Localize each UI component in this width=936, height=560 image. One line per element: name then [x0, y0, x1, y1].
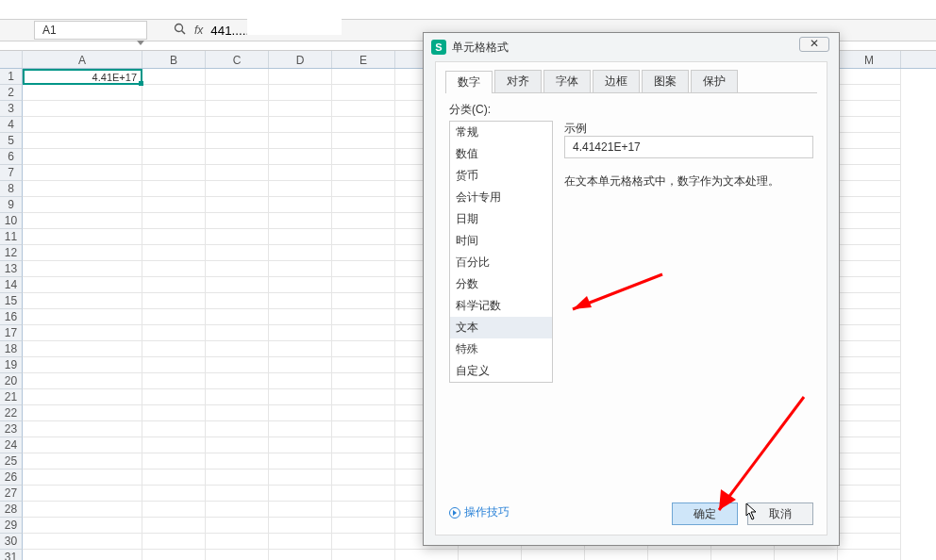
row-header-29[interactable]: 29: [0, 518, 23, 534]
svg-line-1: [182, 30, 186, 34]
row-header-22[interactable]: 22: [0, 405, 23, 421]
cancel-button[interactable]: 取消: [747, 502, 813, 525]
category-custom[interactable]: 自定义: [450, 360, 552, 382]
dialog-title: 单元格格式: [452, 40, 509, 56]
tab-border[interactable]: 边框: [593, 70, 640, 92]
svg-point-0: [176, 24, 183, 31]
col-header-B[interactable]: B: [142, 51, 206, 68]
play-icon: [449, 507, 460, 519]
row-header-7[interactable]: 7: [0, 165, 23, 181]
row-header-1[interactable]: 1: [0, 69, 23, 85]
close-button[interactable]: ✕: [799, 37, 829, 52]
row-header-24[interactable]: 24: [0, 437, 23, 453]
col-header-E[interactable]: E: [332, 51, 395, 68]
name-box-value: A1: [42, 24, 57, 37]
row-header-6[interactable]: 6: [0, 149, 23, 165]
row-header-30[interactable]: 30: [0, 534, 23, 550]
row-header-28[interactable]: 28: [0, 502, 23, 518]
ok-button[interactable]: 确定: [672, 502, 738, 525]
svg-line-4: [719, 397, 804, 510]
dialog-tabs: 数字 对齐 字体 边框 图案 保护: [436, 62, 827, 92]
row-header-4[interactable]: 4: [0, 117, 23, 133]
tab-font[interactable]: 字体: [543, 70, 591, 92]
row-header-26[interactable]: 26: [0, 469, 23, 486]
category-label: 分类(C):: [449, 102, 491, 118]
category-list[interactable]: 常规 数值 货币 会计专用 日期 时间 百分比 分数 科学记数 文本 特殊 自定…: [449, 121, 553, 383]
category-percentage[interactable]: 百分比: [450, 252, 552, 273]
row-header-3[interactable]: 3: [0, 101, 23, 117]
category-scientific[interactable]: 科学记数: [450, 295, 552, 317]
app-icon: S: [431, 40, 446, 55]
row-header-11[interactable]: 11: [0, 229, 23, 245]
row-headers[interactable]: 1234567891011121314151617181920212223242…: [0, 69, 23, 560]
row-header-12[interactable]: 12: [0, 245, 23, 261]
col-header-M[interactable]: M: [838, 51, 901, 68]
active-cell-A1[interactable]: 4.41E+17: [23, 69, 142, 85]
category-fraction[interactable]: 分数: [450, 273, 552, 295]
category-general[interactable]: 常规: [450, 122, 552, 143]
annotation-arrow-1: [549, 270, 672, 320]
row-header-15[interactable]: 15: [0, 293, 23, 309]
col-header-A[interactable]: A: [23, 51, 142, 68]
format-description: 在文本单元格格式中，数字作为文本处理。: [564, 173, 813, 189]
row-header-17[interactable]: 17: [0, 325, 23, 341]
tips-link[interactable]: 操作技巧: [449, 504, 510, 520]
example-label: 示例: [564, 121, 587, 137]
row-header-14[interactable]: 14: [0, 277, 23, 293]
row-header-16[interactable]: 16: [0, 309, 23, 325]
row-header-20[interactable]: 20: [0, 373, 23, 389]
category-date[interactable]: 日期: [450, 208, 552, 230]
row-header-2[interactable]: 2: [0, 85, 23, 101]
row-header-23[interactable]: 23: [0, 421, 23, 437]
category-currency[interactable]: 货币: [450, 165, 552, 187]
category-number[interactable]: 数值: [450, 143, 552, 165]
zoom-icon[interactable]: [174, 23, 187, 39]
row-header-27[interactable]: 27: [0, 486, 23, 502]
fx-icon[interactable]: fx: [194, 24, 203, 37]
row-header-10[interactable]: 10: [0, 213, 23, 229]
select-all-triangle[interactable]: [0, 50, 23, 69]
row-header-8[interactable]: 8: [0, 181, 23, 197]
row-header-5[interactable]: 5: [0, 133, 23, 149]
name-box-dropdown-icon[interactable]: [137, 41, 144, 45]
col-header-D[interactable]: D: [269, 51, 332, 68]
redacted-area: [247, 18, 342, 35]
cell-format-dialog: S 单元格格式 ✕ 数字 对齐 字体 边框 图案 保护 分类(C): 常规 数值…: [423, 32, 840, 546]
row-header-21[interactable]: 21: [0, 389, 23, 405]
tab-pattern[interactable]: 图案: [642, 70, 689, 92]
row-header-19[interactable]: 19: [0, 357, 23, 373]
category-text[interactable]: 文本: [450, 317, 552, 338]
row-header-31[interactable]: 31: [0, 550, 23, 560]
tab-number[interactable]: 数字: [445, 71, 493, 93]
category-accounting[interactable]: 会计专用: [450, 187, 552, 208]
col-header-C[interactable]: C: [206, 51, 269, 68]
svg-line-2: [573, 274, 662, 309]
name-box[interactable]: A1: [34, 21, 147, 40]
row-header-18[interactable]: 18: [0, 341, 23, 357]
category-time[interactable]: 时间: [450, 230, 552, 252]
row-header-13[interactable]: 13: [0, 261, 23, 277]
row-header-25[interactable]: 25: [0, 453, 23, 469]
tab-protection[interactable]: 保护: [691, 70, 738, 92]
category-special[interactable]: 特殊: [450, 338, 552, 360]
svg-marker-3: [573, 296, 592, 309]
tab-alignment[interactable]: 对齐: [494, 70, 542, 92]
example-box: 4.41421E+17: [564, 136, 813, 158]
row-header-9[interactable]: 9: [0, 197, 23, 213]
